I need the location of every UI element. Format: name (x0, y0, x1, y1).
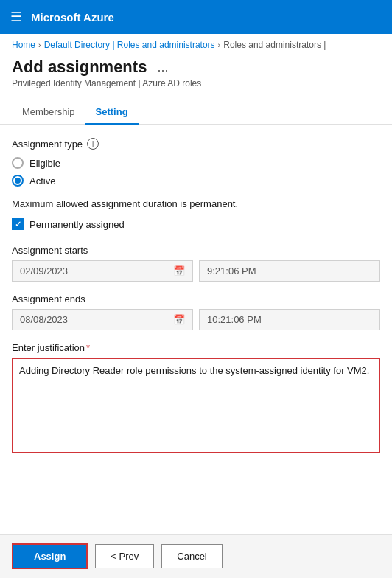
assignment-starts-time[interactable]: 9:21:06 PM (199, 260, 380, 282)
breadcrumb-default-directory[interactable]: Default Directory | Roles and administra… (44, 40, 215, 50)
assignment-ends-label: Assignment ends (12, 293, 380, 304)
checkbox-check-icon: ✓ (15, 220, 21, 229)
checkbox-box: ✓ (12, 218, 24, 230)
footer: Assign < Prev Cancel (0, 534, 392, 578)
radio-active-label: Active (29, 175, 55, 187)
main-content: Assignment type i Eligible Active Maximu… (0, 125, 392, 481)
radio-eligible-circle (12, 157, 24, 169)
calendar-icon-ends[interactable]: 📅 (173, 314, 185, 325)
radio-active-inner (15, 178, 21, 184)
justification-group: Enter justification* Adding Directory Re… (12, 342, 380, 456)
radio-eligible-label: Eligible (29, 158, 60, 169)
breadcrumb: Home › Default Directory | Roles and adm… (0, 34, 392, 53)
assign-button[interactable]: Assign (12, 543, 88, 569)
tab-setting[interactable]: Setting (85, 100, 139, 125)
justification-textarea[interactable]: Adding Directory Reader role permissions… (12, 358, 380, 453)
assignment-type-info-icon[interactable]: i (87, 138, 99, 150)
page-subtitle: Privileged Identity Management | Azure A… (12, 78, 380, 88)
justification-label: Enter justification* (12, 342, 380, 353)
ellipsis-button[interactable]: ... (153, 58, 172, 77)
assignment-ends-group: Assignment ends 08/08/2023 📅 10:21:06 PM (12, 293, 380, 330)
breadcrumb-sep-2: › (218, 41, 221, 49)
breadcrumb-current: Roles and administrators | (223, 40, 326, 50)
assignment-ends-time[interactable]: 10:21:06 PM (199, 309, 380, 330)
assignment-ends-date-value: 08/08/2023 (20, 314, 167, 325)
prev-button[interactable]: < Prev (95, 544, 154, 568)
tab-membership[interactable]: Membership (12, 100, 85, 125)
assignment-type-label: Assignment type i (12, 138, 380, 150)
top-bar: ☰ Microsoft Azure (0, 0, 392, 34)
page-header: Add assignments ... Privileged Identity … (0, 53, 392, 91)
tabs: Membership Setting (0, 100, 392, 125)
radio-active-circle (12, 175, 24, 187)
assignment-starts-label: Assignment starts (12, 245, 380, 256)
assignment-ends-date[interactable]: 08/08/2023 📅 (12, 309, 193, 330)
hamburger-icon[interactable]: ☰ (10, 9, 22, 25)
page-title: Add assignments (12, 58, 147, 77)
assignment-starts-group: Assignment starts 02/09/2023 📅 9:21:06 P… (12, 245, 380, 282)
radio-active[interactable]: Active (12, 175, 380, 187)
assignment-ends-row: 08/08/2023 📅 10:21:06 PM (12, 309, 380, 330)
breadcrumb-home[interactable]: Home (12, 40, 35, 50)
cancel-button[interactable]: Cancel (161, 544, 222, 568)
required-mark: * (86, 342, 90, 353)
calendar-icon-starts[interactable]: 📅 (173, 265, 185, 276)
assignment-starts-date-value: 02/09/2023 (20, 265, 167, 276)
radio-eligible[interactable]: Eligible (12, 157, 380, 169)
assignment-starts-date[interactable]: 02/09/2023 📅 (12, 260, 193, 282)
assignment-starts-row: 02/09/2023 📅 9:21:06 PM (12, 260, 380, 282)
duration-notice: Maximum allowed assignment duration is p… (12, 198, 380, 209)
app-title: Microsoft Azure (31, 11, 114, 24)
checkbox-label: Permanently assigned (29, 219, 125, 230)
breadcrumb-sep-1: › (38, 41, 41, 49)
assignment-type-radio-group: Eligible Active (12, 157, 380, 187)
permanently-assigned-checkbox[interactable]: ✓ Permanently assigned (12, 218, 380, 230)
